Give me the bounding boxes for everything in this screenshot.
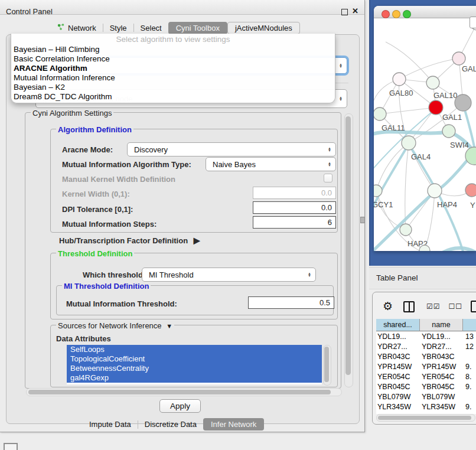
minimized-panel-icon[interactable] bbox=[4, 443, 18, 450]
table-cell: 9. bbox=[464, 402, 476, 412]
attribute-list-item[interactable]: SelfLoops bbox=[67, 345, 322, 354]
network-node[interactable] bbox=[426, 76, 439, 89]
tab-discretize-data[interactable]: Discretize Data bbox=[138, 419, 203, 430]
table-hscrollbar-thumb[interactable] bbox=[378, 416, 471, 420]
kernel-width-field[interactable]: 0.0 bbox=[253, 187, 336, 199]
tab-impute-data[interactable]: Impute Data bbox=[83, 419, 138, 430]
collapsed-arrow-icon: ▶ bbox=[194, 236, 200, 245]
dpi-tolerance-label: DPI Tolerance [0,1]: bbox=[62, 205, 133, 214]
apply-button[interactable]: Apply bbox=[159, 399, 201, 413]
network-edge bbox=[438, 248, 476, 251]
splitter-handle[interactable] bbox=[360, 217, 365, 223]
minimize-traffic-light[interactable] bbox=[392, 10, 400, 18]
mi-type-combobox[interactable]: Naive Bayes ▲▼ bbox=[206, 157, 336, 171]
network-edge bbox=[399, 58, 459, 79]
network-node[interactable] bbox=[429, 100, 443, 115]
column-header[interactable]: shared... bbox=[376, 319, 420, 331]
settings-vscrollbar[interactable] bbox=[344, 113, 353, 387]
attribute-list-item[interactable]: BetweennessCentrality bbox=[67, 364, 322, 373]
network-search-box-partial[interactable] bbox=[470, 17, 476, 28]
attributes-vscrollbar[interactable] bbox=[323, 345, 331, 386]
dpi-tolerance-field[interactable]: 0.0 bbox=[253, 201, 336, 214]
mi-type-label: Mutual Information Algorithm Type: bbox=[62, 160, 191, 169]
network-node[interactable] bbox=[402, 136, 416, 150]
tab-style[interactable]: Style bbox=[103, 22, 133, 34]
network-node-label: GAL80 bbox=[389, 89, 413, 97]
sources-title[interactable]: Sources for Network Inference ▼ bbox=[56, 321, 174, 330]
zoom-traffic-light[interactable] bbox=[403, 10, 411, 18]
deselect-all-checkboxes-icon[interactable]: ☐☐ bbox=[449, 302, 463, 311]
float-window-icon[interactable] bbox=[341, 9, 348, 15]
table-cell: YDR27... bbox=[420, 342, 464, 352]
settings-vscrollbar-thumb[interactable] bbox=[345, 116, 351, 375]
settings-hscrollbar-thumb[interactable] bbox=[28, 390, 331, 394]
tab-cyni-toolbox[interactable]: Cyni Toolbox bbox=[168, 22, 227, 34]
report-icon[interactable] bbox=[471, 301, 476, 312]
algorithm-dropdown-popup: Select algorithm to view settings Bayesi… bbox=[11, 34, 335, 103]
tab-jactivemnodules[interactable]: jActiveMNodules bbox=[227, 22, 300, 34]
network-edge bbox=[386, 42, 433, 83]
gear-icon[interactable]: ⚙ bbox=[383, 301, 393, 312]
attribute-list-item[interactable]: TopologicalCoefficient bbox=[67, 354, 322, 364]
table-cell: 12 bbox=[464, 342, 476, 352]
table-hscrollbar[interactable] bbox=[376, 414, 475, 422]
algorithm-option[interactable]: Bayesian – K2 bbox=[11, 83, 335, 92]
settings-hscrollbar[interactable] bbox=[26, 388, 342, 396]
table-row[interactable]: YBL079WYBL079W bbox=[376, 392, 476, 402]
select-all-checkboxes-icon[interactable]: ☑☑ bbox=[426, 302, 441, 311]
network-node[interactable] bbox=[374, 185, 382, 197]
mi-threshold-field[interactable]: 0.5 bbox=[248, 296, 334, 309]
algorithm-option[interactable]: Dream8 DC_TDC Algorithm bbox=[11, 92, 335, 102]
hub-definition-toggle[interactable]: Hub/Transcription Factor Definition ▶ bbox=[59, 236, 200, 245]
close-icon[interactable]: ✕ bbox=[352, 6, 358, 15]
attribute-list-item[interactable]: gal4RGexp bbox=[67, 373, 322, 383]
network-node-label: Y bbox=[470, 201, 475, 210]
mi-steps-field[interactable]: 6 bbox=[253, 216, 336, 229]
table-cell: YBL079W bbox=[420, 392, 464, 402]
data-attributes-list: SelfLoopsTopologicalCoefficientBetweenne… bbox=[67, 345, 322, 384]
network-node[interactable] bbox=[455, 94, 471, 111]
network-window-titlebar[interactable] bbox=[374, 6, 476, 18]
algorithm-option[interactable]: Basic Correlation Inference bbox=[11, 54, 335, 64]
dropdown-prompt: Select algorithm to view settings bbox=[11, 34, 335, 45]
table-row[interactable]: YER054CYER054C8. bbox=[376, 372, 476, 382]
threshold-title: Threshold Definition bbox=[56, 249, 134, 258]
network-node[interactable] bbox=[400, 224, 412, 236]
which-threshold-combobox[interactable]: MI Threshold ▲▼ bbox=[142, 268, 316, 282]
screen: Control Panel ✕ Network Style Select Cyn… bbox=[0, 0, 476, 450]
column-header[interactable]: A bbox=[463, 319, 476, 331]
table-cell: YDL19... bbox=[376, 332, 420, 342]
table-row[interactable]: YBR045CYBR045C9. bbox=[376, 382, 476, 392]
control-panel-titlebar bbox=[0, 0, 364, 15]
table-row[interactable]: YPR145WYPR145W9. bbox=[376, 362, 476, 372]
algorithm-option[interactable]: ARACNE Algorithm bbox=[11, 64, 335, 73]
network-node[interactable] bbox=[442, 125, 455, 138]
network-node[interactable] bbox=[465, 184, 476, 197]
column-header[interactable]: name bbox=[420, 319, 463, 331]
tab-select[interactable]: Select bbox=[134, 22, 168, 34]
network-node[interactable] bbox=[374, 107, 386, 120]
aracne-mode-combobox[interactable]: Discovery ▲▼ bbox=[127, 142, 336, 156]
table-cell bbox=[464, 392, 476, 402]
algorithm-option[interactable]: Bayesian – Hill Climbing bbox=[11, 45, 335, 54]
table-row[interactable]: YDL19...YDL19...13 bbox=[376, 332, 476, 342]
table-toolbar: ⚙ ☑☑ ☐☐ bbox=[378, 298, 476, 315]
attributes-vscrollbar-thumb[interactable] bbox=[324, 347, 329, 382]
network-node[interactable] bbox=[452, 52, 465, 65]
bottom-tabbar: Impute Data Discretize Data Infer Networ… bbox=[83, 418, 264, 431]
close-traffic-light[interactable] bbox=[382, 10, 390, 18]
network-node-label: GAL1 bbox=[442, 113, 462, 122]
table-row[interactable]: YLR345WYLR345W9. bbox=[376, 402, 476, 412]
table-cell: YPR145W bbox=[376, 362, 420, 372]
table-row[interactable]: YDR27...YDR27...12 bbox=[376, 342, 476, 352]
algorithm-option[interactable]: Mutual Information Inference bbox=[11, 73, 335, 83]
tab-infer-network[interactable]: Infer Network bbox=[203, 418, 264, 431]
split-columns-icon[interactable] bbox=[403, 301, 415, 312]
manual-kernel-checkbox[interactable] bbox=[324, 174, 332, 182]
network-node[interactable] bbox=[393, 73, 406, 86]
tab-network[interactable]: Network bbox=[51, 22, 103, 34]
network-node-label: GAL11 bbox=[382, 123, 405, 132]
network-graph[interactable]: GALGAL80GAL10GAL1GAL11SWI4GAL4GCY1HAP4YH… bbox=[374, 18, 476, 251]
table-row[interactable]: YBR043CYBR043C bbox=[376, 352, 476, 362]
network-node[interactable] bbox=[428, 184, 442, 198]
